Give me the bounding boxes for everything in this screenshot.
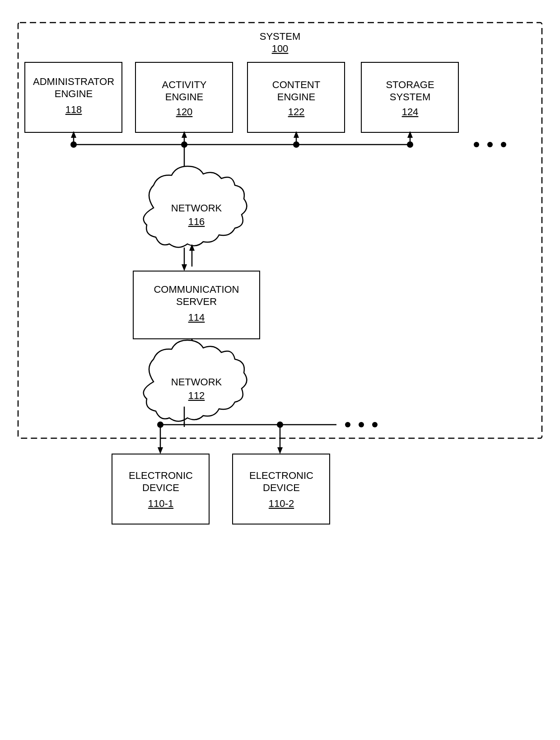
admin-engine-label: ADMINISTRATOR (33, 76, 114, 87)
svg-point-33 (359, 422, 364, 427)
content-engine-label2: ENGINE (277, 91, 315, 103)
svg-point-7 (501, 142, 506, 147)
network-116-label: NETWORK (171, 202, 222, 214)
network-112-label: NETWORK (171, 376, 222, 388)
comm-server-label2: SERVER (176, 296, 217, 307)
svg-point-5 (474, 142, 479, 147)
svg-point-6 (487, 142, 493, 147)
svg-point-34 (372, 422, 378, 427)
svg-marker-20 (182, 264, 187, 271)
content-engine-number: 122 (288, 106, 305, 117)
admin-engine-number: 118 (65, 104, 82, 115)
svg-point-32 (345, 422, 350, 427)
electronic-device-1-label2: DEVICE (142, 482, 179, 493)
electronic-device-1-number: 110-1 (148, 498, 173, 509)
admin-engine-label2: ENGINE (55, 88, 93, 99)
comm-server-number: 114 (188, 312, 205, 323)
system-number: 100 (272, 43, 289, 54)
comm-server-label1: COMMUNICATION (154, 284, 239, 295)
electronic-device-2-number: 110-2 (269, 498, 294, 509)
svg-marker-38 (277, 447, 283, 454)
storage-system-number: 124 (402, 106, 419, 117)
storage-system-label2: SYSTEM (390, 91, 430, 103)
activity-engine-number: 120 (176, 106, 193, 117)
storage-system-label: STORAGE (386, 79, 434, 90)
network-112-number: 112 (188, 390, 205, 401)
network-116-number: 116 (188, 216, 205, 227)
system-title: SYSTEM (260, 31, 300, 42)
electronic-device-1-label1: ELECTRONIC (129, 470, 193, 481)
electronic-device-2-label2: DEVICE (263, 482, 300, 493)
diagram-container: SYSTEM 100 ADMINISTRATOR ENGINE 118 ACTI… (0, 0, 560, 740)
activity-engine-label2: ENGINE (165, 91, 203, 103)
svg-marker-36 (158, 447, 163, 454)
content-engine-label: CONTENT (272, 79, 320, 90)
activity-engine-label: ACTIVITY (162, 79, 206, 90)
electronic-device-2-label1: ELECTRONIC (249, 470, 313, 481)
